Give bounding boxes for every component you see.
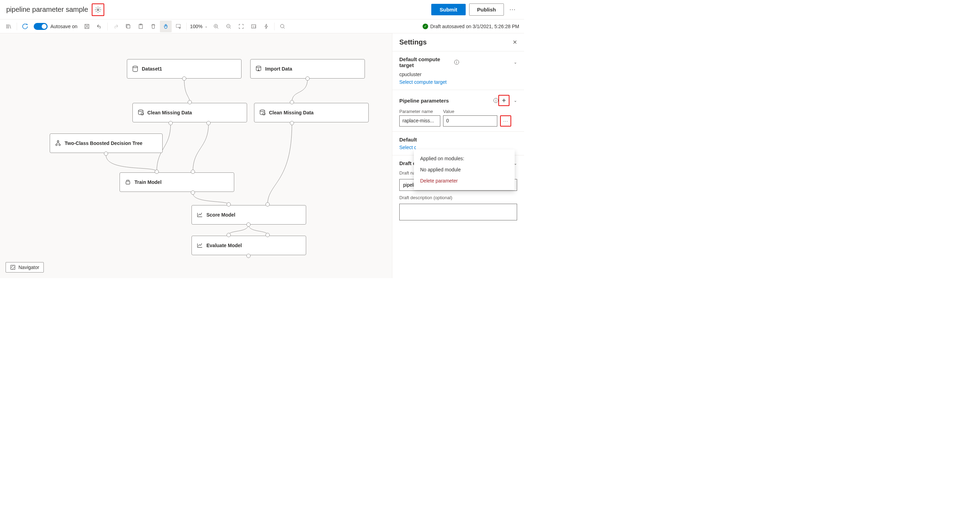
train-icon xyxy=(125,179,131,185)
fit-screen-icon[interactable] xyxy=(235,21,247,32)
info-icon[interactable]: i xyxy=(454,60,459,65)
chevron-down-icon[interactable]: ⌄ xyxy=(514,60,517,65)
gear-icon xyxy=(94,6,102,13)
add-parameter-button[interactable]: + xyxy=(498,95,509,106)
close-icon[interactable]: ✕ xyxy=(512,39,517,46)
node-boosted-tree[interactable]: Two-Class Boosted Decision Tree xyxy=(50,134,163,153)
node-clean-missing-2[interactable]: Clean Missing Data xyxy=(254,103,369,123)
actual-size-icon[interactable]: 1:1 xyxy=(248,21,259,32)
zoom-chevron-icon[interactable]: ⌄ xyxy=(205,24,207,28)
param-flyout: Applied on modules: No applied module De… xyxy=(414,150,515,190)
node-evaluate-model[interactable]: Evaluate Model xyxy=(191,236,306,255)
autorun-icon[interactable] xyxy=(260,21,272,32)
svg-point-15 xyxy=(260,110,265,111)
port[interactable] xyxy=(247,254,251,258)
param-name-input[interactable]: raplace-miss... xyxy=(399,115,440,127)
svg-text:1:1: 1:1 xyxy=(253,25,256,28)
settings-gear-button[interactable] xyxy=(92,3,104,16)
port[interactable] xyxy=(266,233,270,237)
pan-icon[interactable] xyxy=(160,21,172,32)
draft-desc-label: Draft description (optional) xyxy=(399,195,517,200)
svg-point-13 xyxy=(138,110,143,111)
info-icon[interactable]: i xyxy=(493,98,498,103)
port[interactable] xyxy=(290,100,294,104)
pipeline-title[interactable]: pipeline parameter sample xyxy=(6,6,88,14)
undo-icon[interactable] xyxy=(94,21,105,32)
library-icon[interactable] xyxy=(3,21,14,32)
port[interactable] xyxy=(104,151,108,156)
param-value-input[interactable]: 0 xyxy=(443,115,497,127)
svg-rect-20 xyxy=(126,181,130,184)
flyout-delete-parameter[interactable]: Delete parameter xyxy=(414,175,515,186)
node-label: Dataset1 xyxy=(142,66,162,72)
chevron-down-icon[interactable]: ⌄ xyxy=(514,98,517,103)
score-icon xyxy=(197,212,203,218)
port[interactable] xyxy=(305,76,310,81)
node-clean-missing-1[interactable]: Clean Missing Data xyxy=(132,103,247,123)
navigator-icon xyxy=(10,264,16,270)
node-label: Clean Missing Data xyxy=(269,110,313,115)
select-icon[interactable] xyxy=(172,21,184,32)
navigator-button[interactable]: Navigator xyxy=(6,262,44,272)
compute-value: cpucluster xyxy=(399,72,517,77)
refresh-icon[interactable] xyxy=(19,21,31,32)
param-value-label: Value xyxy=(443,109,497,114)
settings-title: Settings xyxy=(399,38,512,46)
delete-icon[interactable] xyxy=(147,21,159,32)
select-datastore-link[interactable]: Select d xyxy=(399,145,416,150)
section-pipeline-params: Pipeline parameters i + ⌄ Parameter name… xyxy=(392,90,524,132)
node-train-model[interactable]: Train Model xyxy=(119,172,234,192)
port[interactable] xyxy=(182,76,186,81)
tree-icon xyxy=(55,140,61,146)
port[interactable] xyxy=(227,233,231,237)
save-icon[interactable] xyxy=(81,21,93,32)
database-icon xyxy=(132,66,138,72)
port[interactable] xyxy=(266,202,270,207)
autosave-status: ✓ Draft autosaved on 3/1/2021, 5:26:28 P… xyxy=(423,24,519,29)
node-import-data[interactable]: Import Data xyxy=(250,59,365,78)
params-heading: Pipeline parameters xyxy=(399,98,492,103)
port[interactable] xyxy=(290,121,294,125)
svg-rect-2 xyxy=(127,25,130,28)
copy-icon[interactable] xyxy=(123,21,134,32)
draft-desc-input[interactable] xyxy=(399,204,517,220)
datastore-heading: Default xyxy=(399,137,417,143)
redo-icon[interactable] xyxy=(110,21,122,32)
node-label: Clean Missing Data xyxy=(147,110,192,115)
param-more-button[interactable]: ··· xyxy=(500,115,511,127)
port[interactable] xyxy=(188,100,192,104)
port[interactable] xyxy=(191,191,195,195)
node-label: Import Data xyxy=(265,66,292,72)
zoom-in-icon[interactable] xyxy=(210,21,222,32)
submit-button[interactable]: Submit xyxy=(431,4,466,15)
port[interactable] xyxy=(207,121,211,125)
paste-icon[interactable] xyxy=(135,21,146,32)
toolbar: Autosave on 100% ⌄ 1:1 ✓ Draft autosaved… xyxy=(0,19,524,33)
svg-rect-1 xyxy=(85,24,89,29)
svg-point-18 xyxy=(56,144,57,146)
port[interactable] xyxy=(247,223,251,227)
node-score-model[interactable]: Score Model xyxy=(191,205,306,224)
status-text: Draft autosaved on 3/1/2021, 5:26:28 PM xyxy=(430,24,519,29)
node-dataset1[interactable]: Dataset1 xyxy=(127,59,242,78)
param-name-label: Parameter name xyxy=(399,109,440,114)
publish-button[interactable]: Publish xyxy=(469,3,504,16)
autosave-toggle[interactable] xyxy=(34,23,48,30)
header-bar: pipeline parameter sample Submit Publish… xyxy=(0,0,524,19)
zoom-out-icon[interactable] xyxy=(223,21,235,32)
select-compute-link[interactable]: Select compute target xyxy=(399,79,517,85)
port[interactable] xyxy=(169,121,173,125)
port[interactable] xyxy=(227,202,231,207)
search-icon[interactable] xyxy=(277,21,288,32)
zoom-level[interactable]: 100% xyxy=(190,24,203,29)
node-label: Train Model xyxy=(135,179,162,185)
svg-point-10 xyxy=(280,24,284,28)
section-default-compute: Default compute target i ⌄ cpucluster Se… xyxy=(392,51,524,90)
node-label: Score Model xyxy=(207,212,235,218)
node-label: Evaluate Model xyxy=(207,243,242,248)
port[interactable] xyxy=(154,170,159,174)
port[interactable] xyxy=(191,170,195,174)
svg-point-17 xyxy=(57,140,59,142)
header-more-icon[interactable]: ··· xyxy=(508,4,518,15)
import-icon xyxy=(255,66,262,72)
